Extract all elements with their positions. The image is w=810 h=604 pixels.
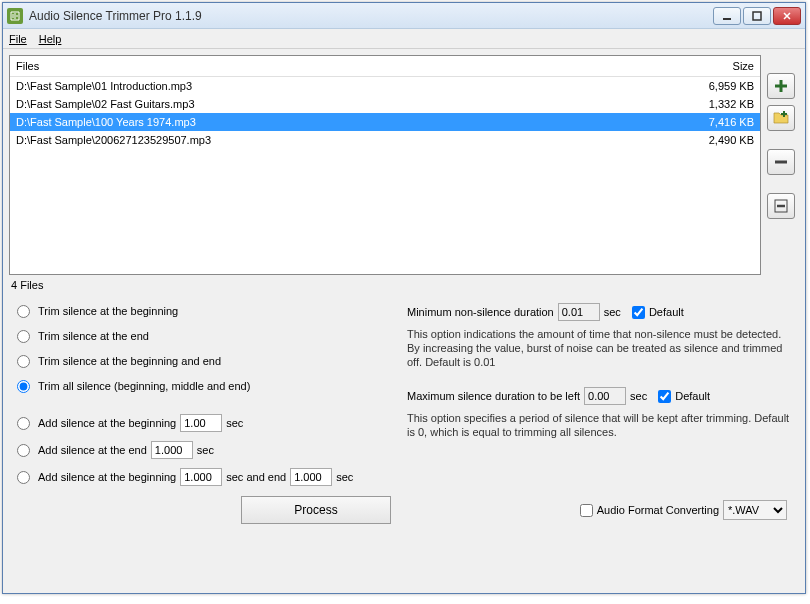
radio-add-begin-input[interactable] [17,417,30,430]
header-files[interactable]: Files [16,60,674,72]
max-duration-value[interactable] [584,387,626,405]
format-convert-label: Audio Format Converting [597,504,719,516]
bottom-bar: Process Audio Format Converting *.WAV [9,486,799,528]
format-select[interactable]: *.WAV [723,500,787,520]
minimize-icon [722,11,732,21]
menu-bar: File Help [3,29,805,49]
table-row[interactable]: D:\Fast Sample\100 Years 1974.mp37,416 K… [10,113,760,131]
radio-trim-begin-input[interactable] [17,305,30,318]
clear-icon [773,198,789,214]
min-duration-value[interactable] [558,303,600,321]
max-default-checkbox[interactable] [658,390,671,403]
radio-trim-all-label: Trim all silence (beginning, middle and … [38,378,250,394]
minus-icon [773,154,789,170]
file-name-cell: D:\Fast Sample\01 Introduction.mp3 [16,78,674,94]
file-size-cell: 2,490 KB [674,132,754,148]
sec-label: sec [226,415,243,431]
add-folder-button[interactable] [767,105,795,131]
file-count: 4 Files [9,275,761,299]
min-duration-row: Minimum non-silence duration sec Default [407,303,791,321]
radio-trim-end[interactable]: Trim silence at the end [17,328,377,344]
radio-trim-begin-label: Trim silence at the beginning [38,303,178,319]
radio-add-begin[interactable]: Add silence at the beginning sec [17,414,377,432]
max-duration-label: Maximum silence duration to be left [407,390,580,402]
add-begin-value[interactable] [180,414,222,432]
sec-label: sec [197,442,214,458]
lower-panel: Trim silence at the beginning Trim silen… [9,299,799,486]
min-default-label: Default [649,306,684,318]
radio-trim-all-input[interactable] [17,380,30,393]
file-area: Files Size D:\Fast Sample\01 Introductio… [9,55,761,299]
folder-plus-icon [773,110,789,126]
window-title: Audio Silence Trimmer Pro 1.1.9 [29,9,713,23]
file-name-cell: D:\Fast Sample\02 Fast Guitars.mp3 [16,96,674,112]
trim-options: Trim silence at the beginning Trim silen… [17,303,377,486]
radio-add-both-label-a: Add silence at the beginning [38,469,176,485]
sec-label: sec [604,306,621,318]
maximize-button[interactable] [743,7,771,25]
radio-add-both[interactable]: Add silence at the beginning sec and end… [17,468,377,486]
table-row[interactable]: D:\Fast Sample\02 Fast Guitars.mp31,332 … [10,95,760,113]
header-size[interactable]: Size [674,60,754,72]
clear-all-button[interactable] [767,193,795,219]
file-name-cell: D:\Fast Sample\100 Years 1974.mp3 [16,114,674,130]
svg-rect-0 [723,18,731,20]
radio-trim-all[interactable]: Trim all silence (beginning, middle and … [17,378,377,394]
min-duration-label: Minimum non-silence duration [407,306,554,318]
table-row[interactable]: D:\Fast Sample\200627123529507.mp32,490 … [10,131,760,149]
maximize-icon [752,11,762,21]
svg-rect-1 [753,12,761,20]
file-list[interactable]: Files Size D:\Fast Sample\01 Introductio… [9,55,761,275]
minimize-button[interactable] [713,7,741,25]
radio-add-begin-label: Add silence at the beginning [38,415,176,431]
close-button[interactable] [773,7,801,25]
radio-trim-both[interactable]: Trim silence at the beginning and end [17,353,377,369]
menu-file[interactable]: File [9,33,27,45]
radio-trim-begin[interactable]: Trim silence at the beginning [17,303,377,319]
radio-add-end[interactable]: Add silence at the end sec [17,441,377,459]
add-file-button[interactable] [767,73,795,99]
upper-panel: Files Size D:\Fast Sample\01 Introductio… [9,55,799,299]
process-button[interactable]: Process [241,496,391,524]
add-end-value[interactable] [151,441,193,459]
sec-label: sec [630,390,647,402]
remove-file-button[interactable] [767,149,795,175]
min-default-checkbox[interactable] [632,306,645,319]
table-row[interactable]: D:\Fast Sample\01 Introduction.mp36,959 … [10,77,760,95]
duration-options: Minimum non-silence duration sec Default… [407,303,791,486]
menu-help[interactable]: Help [39,33,62,45]
radio-add-both-input[interactable] [17,471,30,484]
window-controls [713,7,801,25]
min-duration-desc: This option indications the amount of ti… [407,327,791,369]
radio-add-both-label-b: sec and end [226,469,286,485]
file-name-cell: D:\Fast Sample\200627123529507.mp3 [16,132,674,148]
content-area: Files Size D:\Fast Sample\01 Introductio… [3,49,805,593]
add-both-begin-value[interactable] [180,468,222,486]
format-convert-row: Audio Format Converting *.WAV [580,500,787,520]
add-both-end-value[interactable] [290,468,332,486]
radio-trim-both-label: Trim silence at the beginning and end [38,353,221,369]
app-icon [7,8,23,24]
file-list-header: Files Size [10,56,760,77]
radio-add-end-label: Add silence at the end [38,442,147,458]
plus-icon [773,78,789,94]
file-size-cell: 7,416 KB [674,114,754,130]
sec-label: sec [336,469,353,485]
title-bar: Audio Silence Trimmer Pro 1.1.9 [3,3,805,29]
radio-trim-end-label: Trim silence at the end [38,328,149,344]
radio-trim-end-input[interactable] [17,330,30,343]
max-default-label: Default [675,390,710,402]
format-convert-checkbox[interactable] [580,504,593,517]
radio-add-end-input[interactable] [17,444,30,457]
side-buttons [767,55,799,299]
file-size-cell: 1,332 KB [674,96,754,112]
radio-trim-both-input[interactable] [17,355,30,368]
max-duration-row: Maximum silence duration to be left sec … [407,387,791,405]
file-size-cell: 6,959 KB [674,78,754,94]
close-icon [782,11,792,21]
max-duration-desc: This option specifies a period of silenc… [407,411,791,439]
main-window: Audio Silence Trimmer Pro 1.1.9 File Hel… [2,2,806,594]
